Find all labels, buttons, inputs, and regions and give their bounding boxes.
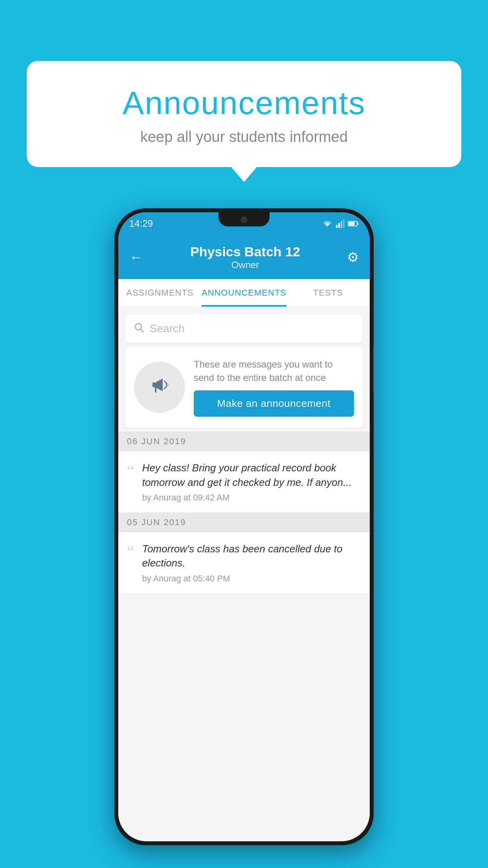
volume-button-2	[114, 373, 115, 405]
phone-screen: 14:29	[118, 212, 370, 841]
announcement-intro-right: These are messages you want to send to t…	[194, 358, 354, 417]
date-divider-1: 06 JUN 2019	[118, 432, 370, 451]
back-button[interactable]: ←	[129, 249, 143, 265]
search-bar[interactable]: Search	[125, 314, 363, 343]
announcement-text-2: Tomorrow's class has been cancelled due …	[142, 542, 361, 570]
tab-announcements[interactable]: ANNOUNCEMENTS	[202, 279, 286, 307]
status-icons	[322, 219, 359, 228]
phone-mockup: 14:29	[114, 208, 374, 845]
make-announcement-button[interactable]: Make an announcement	[194, 390, 354, 417]
svg-line-8	[141, 329, 143, 332]
camera	[240, 216, 248, 223]
content-area: Search	[118, 307, 370, 841]
svg-rect-1	[338, 223, 340, 228]
svg-rect-6	[349, 222, 355, 226]
settings-icon[interactable]: ⚙	[347, 249, 359, 265]
megaphone-icon	[148, 373, 171, 401]
date-divider-2: 05 JUN 2019	[118, 513, 370, 532]
status-time: 14:29	[129, 218, 153, 229]
search-placeholder: Search	[150, 322, 185, 335]
svg-rect-0	[336, 225, 338, 228]
wifi-icon	[322, 219, 333, 228]
tab-assignments[interactable]: ASSIGNMENTS	[118, 279, 202, 307]
svg-rect-3	[343, 219, 345, 228]
announcement-content-1: Hey class! Bring your practical record b…	[142, 461, 361, 503]
quote-icon-1: “	[127, 462, 134, 479]
app-bar-subtitle: Owner	[190, 259, 300, 270]
signal-icon	[336, 219, 345, 228]
phone-outer: 14:29	[114, 208, 374, 845]
volume-button-1	[114, 334, 115, 366]
announcement-meta-1: by Anurag at 09:42 AM	[142, 493, 361, 503]
announcement-item-2[interactable]: “ Tomorrow's class has been cancelled du…	[118, 532, 370, 594]
tabs-bar: ASSIGNMENTS ANNOUNCEMENTS TESTS	[118, 279, 370, 307]
announcement-intro-card: These are messages you want to send to t…	[125, 347, 363, 428]
announcement-content-2: Tomorrow's class has been cancelled due …	[142, 542, 361, 584]
speech-bubble-subtitle: keep all your students informed	[58, 129, 430, 145]
notch	[218, 212, 270, 226]
tab-tests[interactable]: TESTS	[286, 279, 370, 307]
announcement-item-1[interactable]: “ Hey class! Bring your practical record…	[118, 451, 370, 513]
announcement-intro-text: These are messages you want to send to t…	[194, 358, 354, 384]
search-icon	[134, 322, 144, 335]
app-bar-title-group: Physics Batch 12 Owner	[190, 244, 300, 270]
announcement-text-1: Hey class! Bring your practical record b…	[142, 461, 361, 489]
quote-icon-2: “	[127, 543, 134, 560]
svg-rect-2	[341, 221, 342, 228]
svg-rect-5	[357, 223, 358, 225]
megaphone-circle	[134, 362, 185, 413]
power-button	[373, 346, 374, 393]
app-bar-title: Physics Batch 12	[190, 244, 300, 259]
speech-bubble-title: Announcements	[58, 85, 430, 121]
svg-rect-9	[152, 383, 157, 387]
speech-bubble: Announcements keep all your students inf…	[27, 61, 461, 167]
speech-bubble-container: Announcements keep all your students inf…	[27, 61, 461, 167]
app-bar: ← Physics Batch 12 Owner ⚙	[118, 235, 370, 279]
announcement-meta-2: by Anurag at 05:40 PM	[142, 574, 361, 584]
battery-icon	[348, 221, 359, 227]
